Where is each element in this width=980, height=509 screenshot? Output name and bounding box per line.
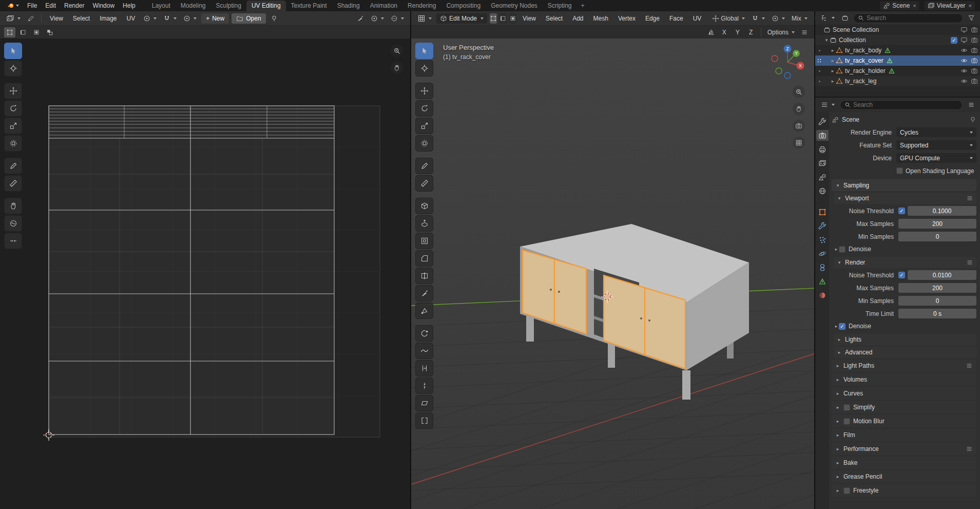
collection-checkbox[interactable]: ✓ (951, 37, 957, 44)
uv-menu-uv[interactable]: UV (123, 15, 139, 22)
uv-menu-select[interactable]: Select (69, 15, 93, 22)
outliner-display-mode-button[interactable] (839, 13, 851, 23)
menu-render[interactable]: Render (60, 2, 88, 9)
tool-edge-slide[interactable] (415, 360, 433, 376)
tab-shading[interactable]: Shading (332, 1, 365, 11)
simplify-checkbox[interactable] (843, 404, 850, 411)
simplify-panel-header[interactable]: ▸ Simplify (832, 401, 976, 413)
tool-knife[interactable] (415, 285, 433, 301)
tool-move[interactable] (4, 83, 22, 99)
tab-tool[interactable] (816, 116, 829, 127)
properties-search-input[interactable] (853, 101, 958, 108)
lights-subpanel-header[interactable]: ▸ Lights (834, 334, 976, 345)
uv-menu-view[interactable]: View (46, 15, 67, 22)
mirror-z-toggle[interactable]: Z (745, 27, 757, 37)
tool-tweak-select[interactable] (415, 43, 433, 59)
uv-editor-type-button[interactable] (4, 13, 23, 24)
pan-hand-icon[interactable] (793, 103, 805, 115)
tool-bevel[interactable] (415, 250, 433, 267)
vp-menu-uv[interactable]: UV (689, 15, 705, 22)
outliner-row-object-active[interactable]: ▸ tv_rack_cover (815, 55, 980, 66)
outliner-search-input[interactable] (867, 14, 958, 22)
tab-layout[interactable]: Layout (147, 1, 176, 11)
noise-threshold-checkbox[interactable]: ✓ (898, 208, 905, 214)
render-visibility-icon[interactable] (971, 78, 978, 85)
time-limit-field[interactable]: 0 s (898, 309, 976, 318)
zoom-icon[interactable] (793, 86, 805, 98)
presets-icon[interactable] (966, 195, 973, 202)
tab-modeling[interactable]: Modeling (176, 1, 211, 11)
tool-rip-region[interactable] (415, 412, 433, 429)
uv-menu-image[interactable]: Image (96, 15, 120, 22)
grease-pencil-panel-header[interactable]: ▸ Grease Pencil (832, 470, 976, 483)
properties-options-button[interactable] (966, 100, 977, 110)
scene-unlink-icon[interactable]: × (913, 3, 916, 9)
outliner-row-object[interactable]: ▸ tv_rack_body (815, 45, 980, 55)
mirror-x-toggle[interactable]: X (719, 27, 730, 37)
vp-menu-face[interactable]: Face (666, 15, 687, 22)
mode-dropdown[interactable]: Edit Mode (436, 13, 487, 24)
properties-search[interactable] (840, 100, 963, 110)
performance-panel-header[interactable]: ▸ Performance (832, 443, 976, 455)
viewport-visibility-icon[interactable] (960, 26, 968, 33)
tab-object-data[interactable] (816, 276, 829, 287)
vp-menu-edge[interactable]: Edge (642, 15, 663, 22)
snap-toggle[interactable] (750, 13, 767, 24)
uv-select-mode-edge[interactable] (17, 27, 29, 37)
tool-spin[interactable] (415, 325, 433, 342)
expand-icon[interactable]: ▸ (830, 48, 836, 53)
device-dropdown[interactable]: GPU Compute (896, 153, 976, 163)
tab-constraints[interactable] (816, 262, 829, 273)
add-workspace-button[interactable]: + (577, 1, 589, 11)
tab-rendering[interactable]: Rendering (402, 1, 441, 11)
tool-measure[interactable] (415, 175, 433, 192)
image-new-button[interactable]: +New (201, 13, 229, 24)
hide-eye-icon[interactable] (960, 57, 968, 64)
pin-icon[interactable] (969, 116, 976, 123)
expand-icon[interactable]: ▸ (830, 68, 836, 73)
outliner-row-scene-collection[interactable]: Scene Collection (815, 25, 980, 35)
menu-window[interactable]: Window (88, 2, 119, 9)
tool-loop-cut[interactable] (415, 268, 433, 284)
tool-annotate[interactable] (415, 158, 433, 174)
camera-view-icon[interactable] (793, 120, 805, 132)
tool-rotate[interactable] (4, 100, 22, 117)
advanced-subpanel-header[interactable]: ▸ Advanced (834, 347, 976, 358)
expand-icon[interactable]: ▾ (823, 37, 830, 43)
outliner-row-object[interactable]: ▸ tv_rack_leg (815, 76, 980, 86)
motion-blur-panel-header[interactable]: ▸ Motion Blur (832, 415, 976, 427)
orientation-dropdown[interactable]: Global (710, 13, 747, 24)
proportional-edit-toggle[interactable] (770, 13, 787, 24)
vp-menu-view[interactable]: View (519, 15, 540, 22)
vp-menu-mesh[interactable]: Mesh (590, 15, 612, 22)
curves-panel-header[interactable]: ▸ Curves (832, 387, 976, 400)
vp-menu-add[interactable]: Add (569, 15, 587, 22)
viewlayer-selector[interactable]: ViewLayer × (925, 1, 975, 10)
min-samples-field[interactable]: 0 (898, 232, 976, 241)
tool-measure[interactable] (4, 175, 22, 192)
tool-transform[interactable] (415, 135, 433, 152)
tool-pinch[interactable] (4, 233, 22, 249)
tab-sculpting[interactable]: Sculpting (211, 1, 246, 11)
tab-texture-paint[interactable]: Texture Paint (286, 1, 332, 11)
noise-threshold-checkbox[interactable]: ✓ (898, 272, 905, 278)
toggle-ortho-grid-icon[interactable] (793, 137, 805, 149)
tool-settings-menu-button[interactable] (799, 27, 810, 37)
outliner-row-object[interactable]: ▸ tv_rack_holder (815, 66, 980, 76)
presets-icon[interactable] (966, 259, 973, 266)
navigation-gizmo[interactable]: Z Y X (768, 43, 807, 82)
feature-set-dropdown[interactable]: Supported (896, 140, 976, 150)
select-mode-edge[interactable] (499, 13, 507, 24)
blender-menu-button[interactable] (3, 2, 23, 9)
uv-annotate-tool-icon[interactable] (355, 13, 366, 24)
bake-panel-header[interactable]: ▸ Bake (832, 457, 976, 469)
uv-canvas[interactable] (0, 39, 410, 509)
tool-poly-build[interactable] (415, 303, 433, 319)
uv-select-mode-island[interactable] (44, 27, 55, 37)
vp-menu-vertex[interactable]: Vertex (614, 15, 639, 22)
outliner-search[interactable] (853, 13, 963, 23)
tab-material[interactable] (816, 290, 829, 300)
render-visibility-icon[interactable] (971, 67, 978, 74)
tab-world[interactable] (816, 185, 829, 196)
noise-threshold-field[interactable]: 0.1000 (908, 206, 976, 216)
